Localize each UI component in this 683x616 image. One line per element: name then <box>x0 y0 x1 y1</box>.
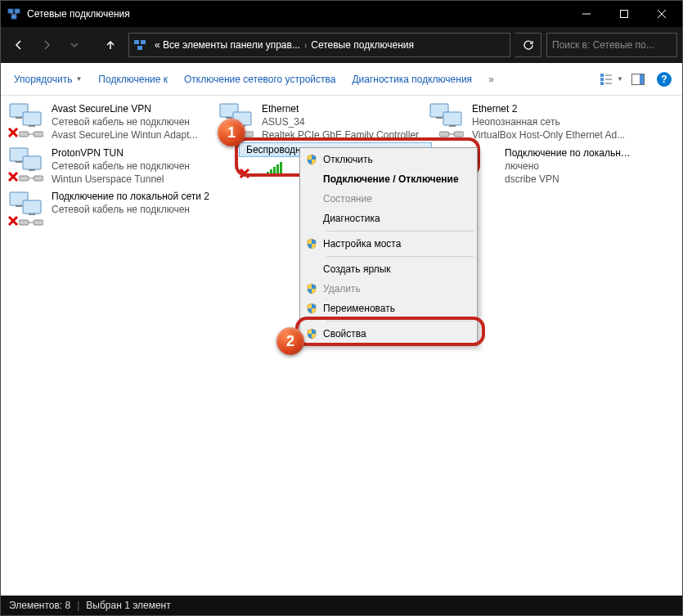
uac-shield-icon <box>305 237 318 250</box>
svg-rect-13 <box>600 78 604 81</box>
context-menu-item[interactable]: Отключить <box>302 150 475 169</box>
app-icon <box>7 7 20 20</box>
selection-status: Выбран 1 элемент <box>86 600 170 611</box>
view-options-button[interactable]: ▼ <box>600 68 623 91</box>
cable-icon <box>19 173 43 184</box>
network-connection-item[interactable]: Ethernet 2Неопознанная сетьVirtualBox Ho… <box>425 101 635 145</box>
svg-rect-61 <box>16 205 22 207</box>
uac-shield-icon <box>305 212 318 225</box>
svg-rect-23 <box>29 125 35 127</box>
annotation-badge-2: 2 <box>276 327 304 355</box>
svg-rect-39 <box>449 125 456 127</box>
context-menu: ОтключитьПодключение / ОтключениеСостоян… <box>299 147 478 346</box>
uac-shield-icon <box>305 263 318 276</box>
context-menu-item[interactable]: Свойства <box>302 324 475 344</box>
svg-rect-12 <box>600 74 604 77</box>
chevron-down-icon: ▼ <box>75 75 82 83</box>
cable-icon <box>19 217 43 228</box>
connection-name: Подключение по локальной сети 2 <box>52 191 211 203</box>
search-input[interactable]: Поиск в: Сетевые по... <box>546 33 677 57</box>
chevron-right-icon[interactable]: › <box>303 41 308 50</box>
context-menu-item[interactable]: Подключение / Отключение <box>302 169 475 189</box>
disconnected-x-icon <box>7 127 19 138</box>
menu-item-label: Удалить <box>323 283 469 295</box>
svg-rect-2 <box>11 15 16 19</box>
location-icon <box>133 38 147 52</box>
item-count: Элементов: 8 <box>9 600 70 611</box>
disable-device-button[interactable]: Отключение сетевого устройства <box>177 70 342 88</box>
connection-status: Сетевой кабель не подключен <box>52 115 211 128</box>
context-menu-item[interactable]: Создать ярлык <box>302 259 475 279</box>
uac-shield-icon <box>305 153 318 166</box>
svg-rect-41 <box>454 132 464 137</box>
titlebar: Сетевые подключения <box>1 1 682 27</box>
uac-shield-icon <box>305 327 318 340</box>
up-button[interactable] <box>97 32 124 58</box>
more-commands[interactable]: » <box>482 70 501 88</box>
disconnected-x-icon <box>239 168 250 179</box>
context-menu-item[interactable]: Переименовать <box>302 299 475 318</box>
svg-rect-11 <box>137 46 142 50</box>
connection-device: Wintun Userspace Tunnel <box>52 173 211 186</box>
menu-separator <box>326 321 474 321</box>
network-icon <box>7 146 43 173</box>
breadcrumb-part[interactable]: « Все элементы панели управ... <box>152 39 303 51</box>
connect-to-button[interactable]: Подключение к <box>92 70 174 88</box>
annotation-badge-1: 1 <box>218 119 245 146</box>
connection-name: Ethernet 2 <box>472 102 631 115</box>
connection-status: Сетевой кабель не подключен <box>52 203 211 216</box>
network-connection-item[interactable]: EthernetASUS_34Realtek PCIe GbE Family C… <box>214 101 425 145</box>
organize-menu[interactable]: Упорядочить▼ <box>7 70 88 88</box>
svg-rect-62 <box>29 214 35 215</box>
svg-rect-14 <box>600 82 604 85</box>
uac-shield-icon <box>305 302 318 315</box>
breadcrumb-part[interactable]: Сетевые подключения <box>308 39 416 51</box>
network-connection-item[interactable]: Avast SecureLine VPNСетевой кабель не по… <box>4 101 214 145</box>
status-bar: Элементов: 8 | Выбран 1 элемент <box>1 596 682 615</box>
preview-pane-button[interactable] <box>627 68 649 91</box>
svg-rect-22 <box>16 117 22 119</box>
menu-separator <box>326 256 474 257</box>
svg-rect-50 <box>34 176 43 181</box>
svg-rect-1 <box>15 9 20 13</box>
context-menu-item[interactable]: Настройка моста <box>302 234 475 254</box>
svg-rect-46 <box>29 169 35 171</box>
svg-rect-65 <box>19 220 29 225</box>
connection-status: лючено <box>505 160 631 173</box>
forward-button[interactable] <box>34 32 60 58</box>
minimize-button[interactable] <box>568 1 605 27</box>
svg-rect-21 <box>23 112 41 125</box>
maximize-button[interactable] <box>605 1 643 27</box>
cable-icon <box>439 128 464 140</box>
menu-item-label: Создать ярлык <box>323 263 469 275</box>
svg-rect-49 <box>19 176 29 181</box>
menu-separator <box>326 231 474 232</box>
back-button[interactable] <box>6 32 32 58</box>
network-icon <box>428 102 464 128</box>
address-bar[interactable]: « Все элементы панели управ... › Сетевые… <box>128 33 510 57</box>
diagnose-button[interactable]: Диагностика подключения <box>345 70 479 88</box>
command-bar: Упорядочить▼ Подключение к Отключение се… <box>1 63 682 96</box>
svg-rect-44 <box>23 156 41 169</box>
connection-device: VirtualBox Host-Only Ethernet Ad... <box>472 128 631 142</box>
uac-shield-icon <box>305 192 318 205</box>
context-menu-item: Удалить <box>302 279 475 299</box>
close-button[interactable] <box>643 1 681 27</box>
connection-name: Avast SecureLine VPN <box>52 102 211 115</box>
network-connection-item[interactable]: ProtonVPN TUNСетевой кабель не подключен… <box>4 145 214 189</box>
connection-device: Avast SecureLine Wintun Adapt... <box>52 128 211 142</box>
recent-dropdown[interactable] <box>61 32 88 58</box>
svg-rect-60 <box>23 200 41 214</box>
svg-rect-10 <box>141 40 146 44</box>
help-button[interactable]: ? <box>653 68 676 91</box>
context-menu-item: Состояние <box>302 189 475 209</box>
connection-name: ProtonVPN TUN <box>52 146 211 160</box>
svg-rect-27 <box>34 132 43 137</box>
connection-name: Подключение по локальной сети <box>505 146 631 160</box>
context-menu-item[interactable]: Диагностика <box>302 209 475 228</box>
network-icon <box>7 191 43 217</box>
refresh-button[interactable] <box>515 33 541 57</box>
menu-item-label: Переименовать <box>323 303 469 314</box>
network-connection-item[interactable]: Подключение по локальной сети 2Сетевой к… <box>4 189 214 233</box>
svg-rect-40 <box>439 132 449 137</box>
